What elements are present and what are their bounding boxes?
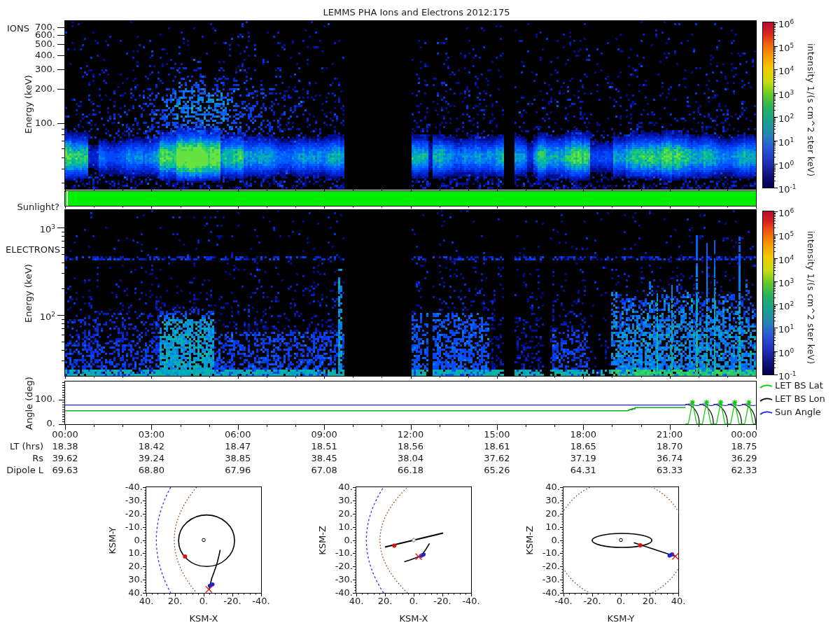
electrons-colorbar-tick-label: 104 [778, 252, 794, 266]
ephemeris-value: 36.29 [723, 453, 765, 464]
orbit-xtick-label: -20. [217, 596, 248, 607]
ions-colorbar-tick-label: 100 [778, 158, 794, 172]
orbit-xtick-label: 40. [663, 596, 694, 607]
orbit-ytick-label: 40. [525, 482, 560, 493]
angle-legend-label: Sun Angle [775, 407, 821, 418]
electrons-colorbar-tick-label: 106 [778, 205, 794, 219]
ephemeris-value: 18.70 [649, 441, 691, 452]
ephemeris-value: 36.74 [649, 453, 691, 464]
orbit-xaxis-label: KSM-X [386, 613, 442, 624]
electrons-ytick-label: 102 [20, 309, 55, 323]
ephemeris-value: 65.26 [476, 465, 518, 476]
angle-legend-label: LET BS Lon [775, 393, 825, 405]
page-title: LEMMS PHA Ions and Electrons 2012:175 [206, 7, 626, 18]
ephemeris-value: 68.80 [130, 465, 172, 476]
ephemeris-value: 67.96 [217, 465, 259, 476]
ephemeris-value: 18.65 [562, 441, 604, 452]
electrons-colorbar-tick-label: 103 [778, 275, 794, 289]
ions-ytick-label: 500. [20, 38, 55, 50]
ions-ytick-label: 100. [20, 118, 55, 129]
ephemeris-value: 18.42 [130, 441, 172, 452]
time-tick-label: 00:00 [723, 429, 765, 440]
angle-legend-label: LET BS Lat [775, 380, 823, 391]
time-tick-label: 03:00 [130, 429, 172, 440]
ephemeris-value: 38.85 [217, 453, 259, 464]
ephemeris-value: 37.19 [562, 453, 604, 464]
ions-colorbar-tick-label: 101 [778, 134, 794, 148]
orbit-ytick-label: -30. [318, 574, 353, 585]
ephemeris-row-label: Rs [0, 453, 43, 464]
ephemeris-value: 38.45 [303, 453, 345, 464]
orbit-xtick-label: 0. [398, 596, 429, 607]
ions-ytick-label: 200. [20, 83, 55, 94]
angle-ytick-label: 100. [20, 393, 55, 405]
orbit-xtick-label: -40. [456, 596, 486, 607]
time-tick-label: 21:00 [649, 429, 691, 440]
ions-colorbar-tick-label: 104 [778, 63, 794, 77]
angle-ytick-label: 0. [20, 418, 55, 429]
orbit-ytick-label: 30. [318, 495, 353, 506]
orbit-xtick-label: 20. [370, 596, 400, 607]
ions-energy-axis-label: Energy (keV) [23, 62, 34, 146]
ions-colorbar-tick-label: 102 [778, 111, 794, 125]
ions-colorbar-tick-label: 106 [778, 16, 794, 30]
orbit-ytick-label: -40. [525, 587, 560, 598]
ions-colorbar-tick-label: 103 [778, 87, 794, 101]
orbit-xtick-label: -20. [577, 596, 608, 607]
ephemeris-value: 69.63 [44, 465, 86, 476]
orbit-xtick-label: -40. [246, 596, 276, 607]
ephemeris-value: 62.33 [723, 465, 765, 476]
ephemeris-value: 38.04 [390, 453, 432, 464]
orbit-xtick-label: 20. [634, 596, 665, 607]
orbit-ytick-label: 40. [318, 482, 353, 493]
ions-colorbar-units-label: intensity 1/(s cm^2 ster keV) [805, 43, 816, 176]
orbit-xtick-label: -20. [427, 596, 458, 607]
time-tick-label: 09:00 [303, 429, 345, 440]
orbit-ytick-label: -40. [318, 587, 353, 598]
ephemeris-value: 39.24 [130, 453, 172, 464]
electrons-colorbar-tick-label: 101 [778, 321, 794, 335]
ions-ytick-label: 300. [20, 64, 55, 75]
orbit-ytick-label: -30. [108, 495, 143, 506]
ephemeris-value: 63.33 [649, 465, 691, 476]
ephemeris-value: 18.47 [217, 441, 259, 452]
electrons-colorbar-tick-label: 100 [778, 345, 794, 359]
orbit-yaxis-label: KSM-Z [524, 505, 536, 575]
orbit-xtick-label: 20. [160, 596, 190, 607]
lemms-pha-page: LEMMS PHA Ions and Electrons 2012:175 IO… [0, 0, 840, 630]
ephemeris-value: 37.62 [476, 453, 518, 464]
orbit-ytick-label: -30. [525, 574, 560, 585]
orbit-xtick-label: 0. [606, 596, 636, 607]
time-tick-label: 15:00 [476, 429, 518, 440]
orbit-yaxis-label: KSM-Y [107, 505, 118, 575]
orbit-yaxis-label: KSM-Z [317, 505, 328, 575]
orbit-ytick-label: 30. [525, 495, 560, 506]
orbit-xaxis-label: KSM-Y [593, 613, 649, 624]
electrons-ytick-label: 103 [20, 221, 55, 235]
orbit-ytick-label: 40. [108, 587, 143, 598]
ephemeris-value: 18.75 [723, 441, 765, 452]
orbit-xtick-label: 0. [188, 596, 219, 607]
ephemeris-value: 18.38 [44, 441, 86, 452]
ephemeris-value: 67.08 [303, 465, 345, 476]
ions-ytick-label: 400. [20, 50, 55, 61]
electrons-colorbar-tick-label: 105 [778, 228, 794, 242]
time-tick-label: 00:00 [44, 429, 86, 440]
ephemeris-value: 18.61 [476, 441, 518, 452]
ephemeris-value: 39.62 [44, 453, 86, 464]
ephemeris-row-label: LT (hrs) [0, 441, 43, 452]
ephemeris-value: 18.51 [303, 441, 345, 452]
sunlight-label: Sunlight? [4, 202, 59, 213]
time-tick-label: 18:00 [562, 429, 604, 440]
ephemeris-value: 18.56 [390, 441, 432, 452]
orbit-ytick-label: 30. [108, 574, 143, 585]
ions-colorbar-tick-label: 10-1 [778, 181, 797, 195]
electrons-colorbar-tick-label: 102 [778, 298, 794, 312]
electrons-colorbar-units-label: intensity 1/(s cm^2 ster keV) [805, 231, 816, 364]
ephemeris-row-label: Dipole L [0, 465, 43, 476]
time-tick-label: 06:00 [217, 429, 259, 440]
orbit-ytick-label: -40. [108, 482, 143, 493]
ephemeris-value: 66.18 [390, 465, 432, 476]
orbit-xaxis-label: KSM-X [176, 613, 232, 624]
time-tick-label: 12:00 [390, 429, 432, 440]
